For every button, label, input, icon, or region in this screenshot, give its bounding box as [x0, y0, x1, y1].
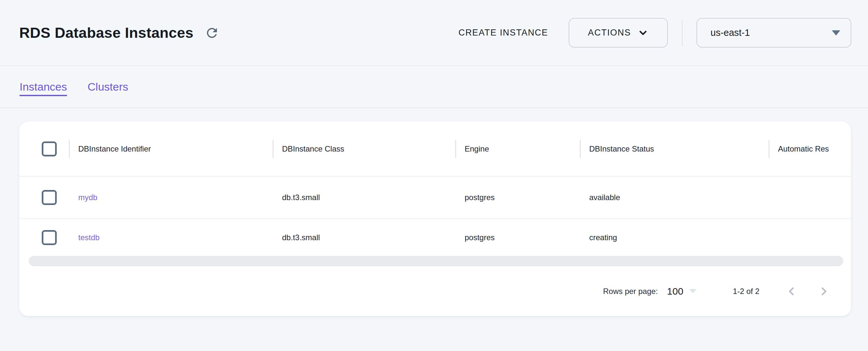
horizontal-scrollbar[interactable] — [29, 256, 843, 266]
cell-db-class: db.t3.small — [273, 233, 455, 242]
pagination-range: 1-2 of 2 — [733, 287, 760, 296]
row-checkbox[interactable] — [42, 190, 57, 205]
tabbar: Instances Clusters — [0, 66, 868, 108]
chevron-down-icon — [638, 27, 649, 38]
row-checkbox[interactable] — [42, 230, 57, 245]
header-divider — [682, 20, 682, 46]
row-checkbox-cell — [19, 190, 69, 205]
rows-per-page-label: Rows per page: — [603, 287, 658, 296]
table-header-row: DBInstance Identifier DBInstance Class E… — [19, 122, 851, 177]
header-checkbox-cell — [19, 141, 69, 156]
cell-identifier: mydb — [69, 193, 273, 202]
column-header-dbinstance-identifier: DBInstance Identifier — [69, 122, 273, 176]
column-header-engine: Engine — [455, 122, 580, 176]
table-row: mydb db.t3.small postgres available — [19, 177, 851, 219]
page-title: RDS Database Instances — [19, 25, 193, 41]
main-content: DBInstance Identifier DBInstance Class E… — [0, 108, 868, 351]
column-header-dbinstance-status: DBInstance Status — [580, 122, 769, 176]
next-page-button[interactable] — [815, 282, 833, 300]
region-select-value: us-east-1 — [711, 27, 750, 38]
rows-per-page-select[interactable]: 100 — [667, 286, 696, 297]
pagination: Rows per page: 100 1-2 of 2 — [19, 266, 851, 316]
tab-clusters[interactable]: Clusters — [88, 81, 128, 93]
column-header-dbinstance-class: DBInstance Class — [273, 122, 455, 176]
actions-button-label: ACTIONS — [588, 28, 631, 38]
region-select[interactable]: us-east-1 — [696, 18, 851, 47]
refresh-button[interactable] — [203, 24, 221, 42]
cell-status: available — [580, 193, 769, 202]
chevron-right-icon — [817, 285, 831, 298]
tab-instances[interactable]: Instances — [20, 81, 67, 93]
create-instance-button[interactable]: CREATE INSTANCE — [454, 25, 553, 41]
instance-link-testdb[interactable]: testdb — [78, 233, 99, 242]
previous-page-button[interactable] — [782, 282, 801, 300]
chevron-left-icon — [785, 285, 798, 298]
title-wrap: RDS Database Instances — [19, 24, 454, 42]
table-row: testdb db.t3.small postgres creating — [19, 219, 851, 256]
header-actions: CREATE INSTANCE ACTIONS us-east-1 — [454, 18, 851, 47]
column-header-automatic-res: Automatic Res — [769, 122, 851, 176]
rows-per-page-value: 100 — [667, 286, 683, 297]
cell-engine: postgres — [455, 233, 580, 242]
actions-button[interactable]: ACTIONS — [569, 18, 668, 47]
instances-table-card: DBInstance Identifier DBInstance Class E… — [19, 122, 851, 316]
select-all-checkbox[interactable] — [42, 141, 57, 156]
caret-down-icon — [689, 289, 696, 293]
row-checkbox-cell — [19, 230, 69, 245]
rds-app: RDS Database Instances CREATE INSTANCE A… — [0, 0, 868, 351]
cell-db-class: db.t3.small — [273, 193, 455, 202]
page-header: RDS Database Instances CREATE INSTANCE A… — [0, 0, 868, 66]
cell-engine: postgres — [455, 193, 580, 202]
instance-link-mydb[interactable]: mydb — [78, 193, 97, 202]
cell-identifier: testdb — [69, 233, 273, 242]
cell-status: creating — [580, 233, 769, 242]
caret-down-icon — [832, 30, 840, 35]
refresh-icon — [205, 25, 219, 40]
